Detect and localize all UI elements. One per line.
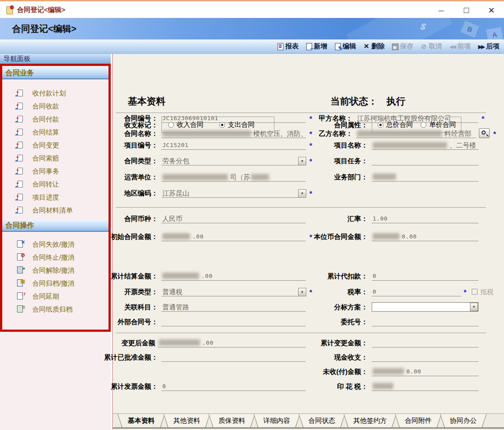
tab-other-signers[interactable]: 其他签约方 xyxy=(343,414,396,428)
party-b-lookup-button[interactable] xyxy=(479,128,490,138)
pay-flag-label: 收支标记： xyxy=(124,121,158,130)
required-marker: * xyxy=(309,233,312,242)
page-header: $ B A 合同登记<编辑> xyxy=(0,18,504,39)
next-button[interactable]: ▶▶ 后项 xyxy=(478,42,500,51)
sidebar-item-contract-extend[interactable]: 合同延期 xyxy=(2,290,109,303)
radio-total-price-contract[interactable]: 总价合同 xyxy=(378,121,413,129)
redacted-text xyxy=(373,142,447,148)
cash-flow-label: 现金收支： xyxy=(334,353,368,362)
tax-deduct-checkbox[interactable] xyxy=(472,289,478,295)
sidebar-item-material-list[interactable]: 合同材料清单 xyxy=(2,204,109,217)
tab-warranty-info[interactable]: 质保资料 xyxy=(209,414,255,428)
attr-group: 总价合同 单价合同 xyxy=(372,117,461,133)
sidebar-item-paper-archive[interactable]: 合同纸质归档 xyxy=(2,303,109,316)
attr-label: 合同属性： xyxy=(334,121,368,130)
save-button[interactable]: 保存 xyxy=(391,42,413,51)
withhold-label: 累计代扣款： xyxy=(327,272,368,281)
withhold-field[interactable]: 0 xyxy=(372,272,478,281)
stamp-tax-field[interactable] xyxy=(372,382,478,391)
cancel-button[interactable]: ⊘ 取消 xyxy=(420,42,442,51)
close-icon[interactable] xyxy=(479,1,504,19)
tab-contract-status[interactable]: 合同状态 xyxy=(299,414,345,428)
entrust-no-field[interactable] xyxy=(372,317,478,326)
settle-amount-field[interactable]: .00 xyxy=(161,272,306,281)
basic-info-heading: 基本资料 xyxy=(128,95,165,108)
chevron-down-icon[interactable] xyxy=(298,288,306,296)
radio-selected-icon xyxy=(378,122,383,128)
contract-form: 合同编号： JC1623069010101 * 甲方名称： 江苏柯瑞机电工程股份… xyxy=(112,54,504,430)
tab-other-info[interactable]: 其他资料 xyxy=(163,414,210,428)
tab-collaboration[interactable]: 协同办公 xyxy=(440,414,487,428)
new-button[interactable]: 新增 xyxy=(305,42,327,51)
init-amount-field[interactable]: .00 xyxy=(161,232,306,241)
maximize-icon[interactable] xyxy=(454,1,479,19)
sidebar-item-contract-archive[interactable]: 合同归档/撤消 xyxy=(2,277,109,290)
currency-field[interactable]: 人民币 xyxy=(161,214,306,223)
chevron-down-icon[interactable] xyxy=(298,189,306,198)
change-total-field[interactable] xyxy=(372,339,478,347)
tab-contract-attachments[interactable]: 合同附件 xyxy=(395,414,442,428)
sidebar-item-contract-transfer[interactable]: 合同转让 xyxy=(2,178,109,191)
edit-button[interactable]: 编辑 xyxy=(334,42,356,51)
unpaid-field[interactable]: 0.00 xyxy=(372,367,478,376)
sidebar-item-contract-rescind[interactable]: 合同解除/撤消 xyxy=(2,264,109,277)
redacted-text xyxy=(373,368,404,374)
project-name-field[interactable]: 、二号楼 xyxy=(372,141,478,150)
sidebar-item-contract-terminate[interactable]: 合同终止/撤消 xyxy=(2,251,109,264)
redacted-text xyxy=(159,339,200,346)
banner-decor-dice-a: A xyxy=(486,26,504,39)
tab-basic-info[interactable]: 基本资料 xyxy=(117,414,165,428)
sidebar-item-contract-affairs[interactable]: 合同事务 xyxy=(2,165,109,178)
doc-icon xyxy=(17,194,23,200)
op-unit-field[interactable]: 司（苏 xyxy=(161,173,306,182)
contract-type-combo[interactable]: 劳务分包 xyxy=(161,156,306,165)
op-unit-label: 运营单位： xyxy=(124,173,158,182)
sidebar-item-contract-payment[interactable]: 合同付款 xyxy=(2,113,109,126)
doc-icon xyxy=(17,116,23,122)
split-plan-combo[interactable] xyxy=(372,302,478,312)
radio-expense-contract[interactable]: 支出合同 xyxy=(219,121,255,129)
rel-subject-label: 关联科目： xyxy=(124,303,158,312)
minimize-icon[interactable] xyxy=(429,1,454,19)
contract-extend-icon xyxy=(17,292,24,300)
redacted-text xyxy=(162,174,228,180)
chevron-down-icon[interactable] xyxy=(298,157,306,165)
sidebar-item-contract-expire[interactable]: 合同失效/撤消 xyxy=(2,238,109,251)
radio-income-contract[interactable]: 收入合同 xyxy=(168,121,204,129)
project-task-field[interactable] xyxy=(372,156,478,165)
invoice-total-field[interactable]: 0 xyxy=(161,382,306,391)
previous-button[interactable]: ◀◀ 前项 xyxy=(449,42,471,51)
required-marker: * xyxy=(309,115,312,124)
redacted-text xyxy=(162,233,190,239)
radio-unit-price-contract[interactable]: 单价合同 xyxy=(421,121,456,129)
rel-subject-field[interactable]: 普通管路 xyxy=(161,303,306,312)
area-code-combo[interactable]: 江苏昆山 xyxy=(161,189,306,198)
sidebar-item-project-progress[interactable]: 项目进度 xyxy=(2,191,109,204)
delete-button[interactable]: × 删除 xyxy=(363,42,385,51)
sidebar-item-contract-settlement[interactable]: 合同结算 xyxy=(2,126,109,139)
invoice-type-combo[interactable]: 普通税 xyxy=(161,287,306,296)
biz-dept-field[interactable] xyxy=(372,173,478,182)
base-amount-field[interactable]: 0.00 xyxy=(372,232,478,241)
tab-detail-content[interactable]: 详细内容 xyxy=(253,414,300,428)
rate-field[interactable]: 1.00 xyxy=(372,214,478,223)
cash-flow-field[interactable] xyxy=(372,353,478,362)
sidebar-item-contract-claim[interactable]: 合同索赔 xyxy=(2,152,109,165)
approved-total-label: 累计已批准金额： xyxy=(104,353,158,362)
unpaid-label: 未收(付)金额： xyxy=(323,367,368,376)
tax-rate-field[interactable]: 0 xyxy=(372,287,461,296)
sidebar-item-contract-receipt[interactable]: 合同收款 xyxy=(2,100,109,113)
changed-amount-field[interactable]: .00 xyxy=(158,339,306,347)
title-bar: 合同登记<编辑> xyxy=(0,0,504,18)
required-marker: * xyxy=(482,115,484,124)
project-no-field[interactable]: JC15201 xyxy=(161,141,306,150)
doc-icon xyxy=(17,207,23,213)
sidebar-item-contract-change[interactable]: 合同变更 xyxy=(2,139,109,152)
ext-no-field[interactable] xyxy=(161,317,306,326)
approved-total-field[interactable] xyxy=(161,353,306,362)
change-total-label: 累计变更金额： xyxy=(321,339,368,347)
chevron-down-icon[interactable] xyxy=(470,303,478,311)
doc-icon xyxy=(17,129,23,135)
report-button[interactable]: 报表 xyxy=(277,42,299,51)
sidebar-item-payment-plan[interactable]: 收付款计划 xyxy=(2,87,109,100)
